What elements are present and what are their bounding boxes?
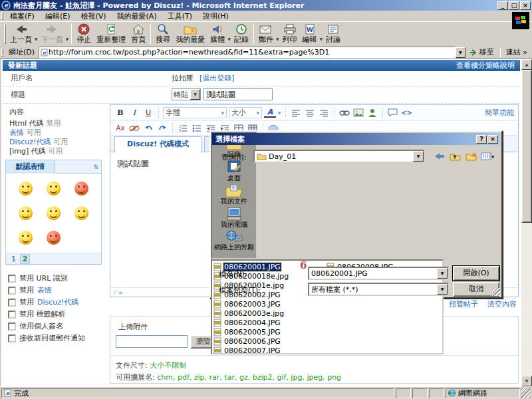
- up-one-level-icon[interactable]: [448, 149, 464, 164]
- smiley-smile-icon[interactable]: [47, 206, 61, 220]
- view-menu-icon[interactable]: ▼: [479, 149, 495, 164]
- filetype-combo[interactable]: 所有檔案 (*.*) ▼: [308, 283, 449, 296]
- menu-help[interactable]: 說明(H): [198, 10, 234, 23]
- attachment-file-input[interactable]: [116, 335, 188, 348]
- forward-button[interactable]: 下一頁: [39, 23, 66, 45]
- subject-type-select[interactable]: 轉貼 ▼: [172, 88, 201, 100]
- menu-tools[interactable]: 工具(T): [162, 10, 198, 23]
- select-caret-icon[interactable]: ▼: [190, 89, 200, 100]
- place-desktop[interactable]: 桌面: [226, 160, 242, 182]
- open-button[interactable]: 開啟(O): [453, 266, 499, 281]
- italic-button[interactable]: I: [128, 107, 140, 119]
- place-network[interactable]: 網路上的芳鄰: [214, 230, 254, 251]
- mail-button[interactable]: 郵件: [256, 23, 276, 45]
- filename-combo[interactable]: 080620001.JPG ▼: [308, 267, 449, 280]
- filename-caret-icon[interactable]: ▼: [437, 268, 448, 279]
- color-caret-icon[interactable]: ▼: [278, 110, 281, 115]
- font-size-select[interactable]: 大小▼: [229, 107, 262, 118]
- menu-file[interactable]: 檔案(F): [5, 10, 40, 23]
- simple-mode-link[interactable]: 簡單功能: [485, 108, 514, 118]
- scroll-thumb[interactable]: [521, 70, 532, 223]
- place-my-documents[interactable]: 我的文件: [221, 184, 247, 205]
- scroll-down-button[interactable]: ▼: [521, 376, 532, 386]
- code-icon[interactable]: <>: [401, 107, 413, 119]
- smiley-sort-icon[interactable]: ⇅: [93, 164, 101, 170]
- file-item[interactable]: 080620004.JPG: [213, 318, 327, 327]
- quote-icon[interactable]: [387, 107, 399, 119]
- back-dropdown-caret-icon[interactable]: ▼: [35, 37, 38, 41]
- stop-button[interactable]: 停止: [74, 23, 94, 45]
- addressbar-grip-handle[interactable]: [1, 49, 3, 57]
- bullet-list-icon[interactable]: [191, 122, 203, 134]
- menu-view[interactable]: 檢視(V): [75, 10, 111, 23]
- insert-link-icon[interactable]: [338, 107, 350, 119]
- unlink-icon[interactable]: [128, 122, 140, 134]
- redo-icon[interactable]: [156, 122, 168, 134]
- minimize-button[interactable]: _: [497, 1, 508, 10]
- dialog-resize-grip[interactable]: [492, 288, 500, 296]
- checkbox[interactable]: [8, 287, 16, 295]
- back-folder-icon[interactable]: [432, 149, 448, 164]
- file-item[interactable]: 080620007.JPG: [213, 346, 327, 354]
- file-item[interactable]: 080620005.JPG: [213, 327, 327, 336]
- menu-favorites[interactable]: 我的最愛(A): [112, 10, 162, 23]
- restore-button[interactable]: □: [509, 1, 519, 10]
- insert-image-icon[interactable]: [352, 107, 364, 119]
- clear-content-link[interactable]: 清空內容: [487, 299, 517, 309]
- smiley-laugh-icon[interactable]: [19, 182, 33, 196]
- file-item[interactable]: 080620003e.jpg: [213, 309, 327, 318]
- checkbox[interactable]: [8, 334, 16, 342]
- place-my-computer[interactable]: 我的電腦: [221, 207, 247, 228]
- print-button[interactable]: 列印: [280, 23, 300, 45]
- scroll-up-button[interactable]: ▲: [521, 59, 532, 70]
- checkbox[interactable]: [8, 299, 16, 307]
- dialog-help-button[interactable]: ?: [476, 135, 487, 144]
- bold-button[interactable]: B: [114, 107, 126, 119]
- align-center-button[interactable]: [304, 107, 316, 119]
- favorites-button[interactable]: 我的最愛: [173, 23, 207, 45]
- look-in-select[interactable]: Day_01 ▼: [253, 150, 425, 163]
- search-button[interactable]: 搜尋: [153, 23, 173, 45]
- window-resize-grip[interactable]: [521, 388, 531, 398]
- smiley-rage-icon[interactable]: [47, 231, 61, 245]
- menubar-grip-handle[interactable]: [1, 12, 3, 20]
- insert-contact-icon[interactable]: [366, 107, 378, 119]
- links-button[interactable]: 連結 »: [503, 47, 531, 57]
- smiley-surprised-icon[interactable]: [19, 206, 33, 220]
- home-button[interactable]: 首頁: [128, 23, 148, 45]
- toolbar-grip-handle[interactable]: [4, 24, 6, 44]
- ordered-list-icon[interactable]: 12: [177, 122, 189, 134]
- back-button[interactable]: 上一頁: [7, 23, 35, 45]
- checkbox[interactable]: [8, 275, 16, 283]
- file-item[interactable]: 080620003.JPG: [213, 299, 327, 309]
- look-in-caret-icon[interactable]: ▼: [413, 151, 424, 162]
- menu-edit[interactable]: 編輯(E): [40, 10, 76, 23]
- history-button[interactable]: 記錄: [231, 23, 251, 45]
- media-button[interactable]: 媒體: [207, 23, 227, 45]
- dialog-close-button[interactable]: ×: [487, 135, 498, 144]
- media-dropdown-caret-icon[interactable]: ▼: [227, 37, 231, 41]
- font-color-button[interactable]: A: [264, 108, 276, 118]
- font-family-select[interactable]: 字體▼: [163, 107, 227, 118]
- undo-icon[interactable]: [142, 122, 154, 134]
- edit-button[interactable]: W 編輯: [300, 23, 320, 45]
- smiley-fierce-icon[interactable]: [74, 182, 88, 196]
- smiley-tongue-icon[interactable]: [19, 231, 33, 245]
- discuss-button[interactable]: 討論: [323, 23, 343, 45]
- filetype-caret-icon[interactable]: ▼: [437, 284, 448, 295]
- align-left-button[interactable]: [290, 107, 302, 119]
- logout-link[interactable]: [退出登錄]: [200, 71, 235, 86]
- editor-resize-icon[interactable]: ⁄: [114, 289, 116, 296]
- close-button[interactable]: ×: [520, 1, 531, 10]
- file-item[interactable]: 080620006.JPG: [213, 336, 327, 346]
- smiley-page-1[interactable]: 1: [9, 255, 19, 263]
- tab-discuz-code-mode[interactable]: Discuz! 代碼模式: [114, 136, 201, 152]
- address-dropdown-button[interactable]: ▼: [456, 47, 466, 58]
- forward-dropdown-caret-icon[interactable]: ▼: [66, 37, 69, 41]
- address-input[interactable]: e http://forum.croc.tw/post.php?action=n…: [39, 47, 456, 59]
- refresh-button[interactable]: 重新整理: [94, 23, 128, 45]
- editor-toggle-icon[interactable]: ≑: [118, 289, 124, 296]
- checkbox[interactable]: [8, 311, 16, 319]
- smiley-tab-default[interactable]: 默認表情: [6, 160, 55, 174]
- smiley-shy-icon[interactable]: [74, 206, 88, 220]
